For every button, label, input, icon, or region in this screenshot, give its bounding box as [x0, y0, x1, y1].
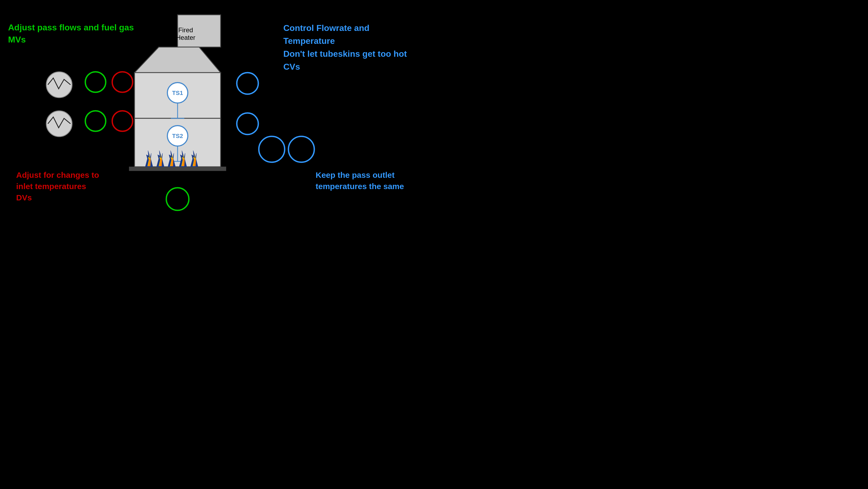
- heater-label-fired: Fired: [178, 26, 193, 34]
- heater-label-heater: Heater: [176, 34, 195, 41]
- red-circle-1: [112, 72, 133, 92]
- green-circle-1: [85, 72, 106, 92]
- blue-circle-4: [288, 136, 314, 162]
- ts2-label: TS2: [172, 133, 183, 139]
- valve-circle-1: [46, 72, 72, 98]
- red-circle-2: [112, 111, 133, 131]
- heater-top-trapezoid: [134, 47, 221, 73]
- heater-base: [129, 167, 226, 171]
- blue-circle-3: [259, 136, 285, 162]
- ts1-label: TS1: [172, 90, 183, 96]
- diagram-container: Adjust pass flows and fuel gas MVs Adjus…: [0, 0, 434, 244]
- green-circle-bottom: [166, 188, 189, 210]
- blue-circle-2: [237, 113, 258, 134]
- blue-circle-1: [237, 73, 258, 94]
- main-diagram: Fired Heater TS1 TS2: [0, 0, 434, 244]
- green-circle-2: [85, 111, 106, 131]
- valve-circle-2: [46, 111, 72, 137]
